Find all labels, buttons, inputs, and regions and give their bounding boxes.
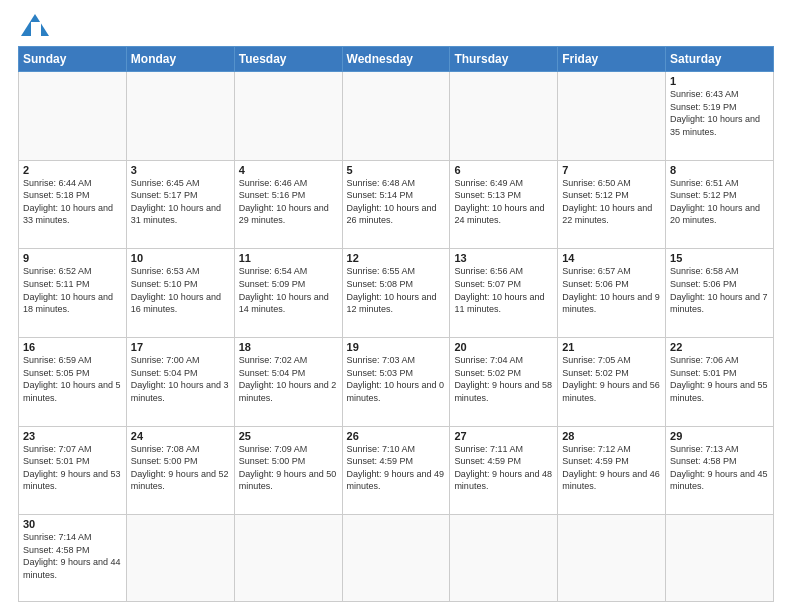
day-number: 26	[347, 430, 446, 442]
weekday-header-tuesday: Tuesday	[234, 47, 342, 72]
day-info: Sunrise: 6:58 AM Sunset: 5:06 PM Dayligh…	[670, 265, 769, 315]
calendar-cell: 23Sunrise: 7:07 AM Sunset: 5:01 PM Dayli…	[19, 426, 127, 515]
day-number: 17	[131, 341, 230, 353]
day-number: 9	[23, 252, 122, 264]
calendar-cell: 6Sunrise: 6:49 AM Sunset: 5:13 PM Daylig…	[450, 160, 558, 249]
day-number: 23	[23, 430, 122, 442]
calendar-cell: 24Sunrise: 7:08 AM Sunset: 5:00 PM Dayli…	[126, 426, 234, 515]
day-info: Sunrise: 6:57 AM Sunset: 5:06 PM Dayligh…	[562, 265, 661, 315]
day-info: Sunrise: 7:08 AM Sunset: 5:00 PM Dayligh…	[131, 443, 230, 493]
day-info: Sunrise: 6:54 AM Sunset: 5:09 PM Dayligh…	[239, 265, 338, 315]
day-info: Sunrise: 7:07 AM Sunset: 5:01 PM Dayligh…	[23, 443, 122, 493]
calendar-week-row: 30Sunrise: 7:14 AM Sunset: 4:58 PM Dayli…	[19, 515, 774, 602]
day-info: Sunrise: 6:50 AM Sunset: 5:12 PM Dayligh…	[562, 177, 661, 227]
calendar-cell: 27Sunrise: 7:11 AM Sunset: 4:59 PM Dayli…	[450, 426, 558, 515]
day-number: 12	[347, 252, 446, 264]
logo	[18, 16, 49, 38]
calendar-cell: 4Sunrise: 6:46 AM Sunset: 5:16 PM Daylig…	[234, 160, 342, 249]
calendar-cell: 9Sunrise: 6:52 AM Sunset: 5:11 PM Daylig…	[19, 249, 127, 338]
calendar-cell: 11Sunrise: 6:54 AM Sunset: 5:09 PM Dayli…	[234, 249, 342, 338]
calendar-cell: 2Sunrise: 6:44 AM Sunset: 5:18 PM Daylig…	[19, 160, 127, 249]
calendar-cell: 28Sunrise: 7:12 AM Sunset: 4:59 PM Dayli…	[558, 426, 666, 515]
calendar-cell: 29Sunrise: 7:13 AM Sunset: 4:58 PM Dayli…	[666, 426, 774, 515]
weekday-header-wednesday: Wednesday	[342, 47, 450, 72]
calendar-cell	[342, 515, 450, 602]
calendar-week-row: 2Sunrise: 6:44 AM Sunset: 5:18 PM Daylig…	[19, 160, 774, 249]
day-number: 19	[347, 341, 446, 353]
day-info: Sunrise: 7:03 AM Sunset: 5:03 PM Dayligh…	[347, 354, 446, 404]
day-number: 13	[454, 252, 553, 264]
calendar-cell: 1Sunrise: 6:43 AM Sunset: 5:19 PM Daylig…	[666, 72, 774, 161]
weekday-header-monday: Monday	[126, 47, 234, 72]
day-number: 20	[454, 341, 553, 353]
calendar-cell	[342, 72, 450, 161]
day-info: Sunrise: 7:05 AM Sunset: 5:02 PM Dayligh…	[562, 354, 661, 404]
calendar-cell	[450, 72, 558, 161]
calendar-week-row: 1Sunrise: 6:43 AM Sunset: 5:19 PM Daylig…	[19, 72, 774, 161]
day-info: Sunrise: 6:45 AM Sunset: 5:17 PM Dayligh…	[131, 177, 230, 227]
calendar-cell: 10Sunrise: 6:53 AM Sunset: 5:10 PM Dayli…	[126, 249, 234, 338]
calendar-cell: 5Sunrise: 6:48 AM Sunset: 5:14 PM Daylig…	[342, 160, 450, 249]
day-info: Sunrise: 7:09 AM Sunset: 5:00 PM Dayligh…	[239, 443, 338, 493]
day-number: 29	[670, 430, 769, 442]
day-info: Sunrise: 6:44 AM Sunset: 5:18 PM Dayligh…	[23, 177, 122, 227]
day-info: Sunrise: 6:59 AM Sunset: 5:05 PM Dayligh…	[23, 354, 122, 404]
calendar-cell	[19, 72, 127, 161]
calendar-cell: 17Sunrise: 7:00 AM Sunset: 5:04 PM Dayli…	[126, 337, 234, 426]
calendar-cell	[234, 72, 342, 161]
calendar-cell: 20Sunrise: 7:04 AM Sunset: 5:02 PM Dayli…	[450, 337, 558, 426]
day-number: 30	[23, 518, 122, 530]
day-info: Sunrise: 7:02 AM Sunset: 5:04 PM Dayligh…	[239, 354, 338, 404]
day-info: Sunrise: 7:04 AM Sunset: 5:02 PM Dayligh…	[454, 354, 553, 404]
day-info: Sunrise: 7:12 AM Sunset: 4:59 PM Dayligh…	[562, 443, 661, 493]
header	[18, 16, 774, 38]
day-info: Sunrise: 7:06 AM Sunset: 5:01 PM Dayligh…	[670, 354, 769, 404]
calendar-table: SundayMondayTuesdayWednesdayThursdayFrid…	[18, 46, 774, 602]
calendar-cell: 19Sunrise: 7:03 AM Sunset: 5:03 PM Dayli…	[342, 337, 450, 426]
day-number: 8	[670, 164, 769, 176]
day-info: Sunrise: 7:11 AM Sunset: 4:59 PM Dayligh…	[454, 443, 553, 493]
day-number: 3	[131, 164, 230, 176]
day-info: Sunrise: 7:14 AM Sunset: 4:58 PM Dayligh…	[23, 531, 122, 581]
calendar-cell: 15Sunrise: 6:58 AM Sunset: 5:06 PM Dayli…	[666, 249, 774, 338]
calendar-cell	[126, 515, 234, 602]
calendar-week-row: 16Sunrise: 6:59 AM Sunset: 5:05 PM Dayli…	[19, 337, 774, 426]
calendar-cell	[234, 515, 342, 602]
day-info: Sunrise: 7:10 AM Sunset: 4:59 PM Dayligh…	[347, 443, 446, 493]
day-info: Sunrise: 6:49 AM Sunset: 5:13 PM Dayligh…	[454, 177, 553, 227]
calendar-header-row: SundayMondayTuesdayWednesdayThursdayFrid…	[19, 47, 774, 72]
day-number: 27	[454, 430, 553, 442]
svg-marker-1	[31, 22, 41, 36]
day-number: 22	[670, 341, 769, 353]
weekday-header-friday: Friday	[558, 47, 666, 72]
day-number: 21	[562, 341, 661, 353]
calendar-cell	[126, 72, 234, 161]
calendar-cell: 26Sunrise: 7:10 AM Sunset: 4:59 PM Dayli…	[342, 426, 450, 515]
day-number: 24	[131, 430, 230, 442]
day-number: 25	[239, 430, 338, 442]
day-number: 11	[239, 252, 338, 264]
day-info: Sunrise: 6:56 AM Sunset: 5:07 PM Dayligh…	[454, 265, 553, 315]
day-number: 4	[239, 164, 338, 176]
day-info: Sunrise: 7:00 AM Sunset: 5:04 PM Dayligh…	[131, 354, 230, 404]
calendar-cell: 12Sunrise: 6:55 AM Sunset: 5:08 PM Dayli…	[342, 249, 450, 338]
calendar-week-row: 23Sunrise: 7:07 AM Sunset: 5:01 PM Dayli…	[19, 426, 774, 515]
day-number: 15	[670, 252, 769, 264]
calendar-cell: 30Sunrise: 7:14 AM Sunset: 4:58 PM Dayli…	[19, 515, 127, 602]
calendar-cell: 3Sunrise: 6:45 AM Sunset: 5:17 PM Daylig…	[126, 160, 234, 249]
day-number: 2	[23, 164, 122, 176]
calendar-page: SundayMondayTuesdayWednesdayThursdayFrid…	[0, 0, 792, 612]
calendar-cell	[450, 515, 558, 602]
day-number: 16	[23, 341, 122, 353]
day-number: 28	[562, 430, 661, 442]
day-info: Sunrise: 6:52 AM Sunset: 5:11 PM Dayligh…	[23, 265, 122, 315]
calendar-week-row: 9Sunrise: 6:52 AM Sunset: 5:11 PM Daylig…	[19, 249, 774, 338]
calendar-cell	[558, 72, 666, 161]
day-number: 6	[454, 164, 553, 176]
day-info: Sunrise: 6:46 AM Sunset: 5:16 PM Dayligh…	[239, 177, 338, 227]
day-info: Sunrise: 6:48 AM Sunset: 5:14 PM Dayligh…	[347, 177, 446, 227]
day-info: Sunrise: 6:43 AM Sunset: 5:19 PM Dayligh…	[670, 88, 769, 138]
calendar-cell: 7Sunrise: 6:50 AM Sunset: 5:12 PM Daylig…	[558, 160, 666, 249]
calendar-cell: 22Sunrise: 7:06 AM Sunset: 5:01 PM Dayli…	[666, 337, 774, 426]
day-info: Sunrise: 7:13 AM Sunset: 4:58 PM Dayligh…	[670, 443, 769, 493]
